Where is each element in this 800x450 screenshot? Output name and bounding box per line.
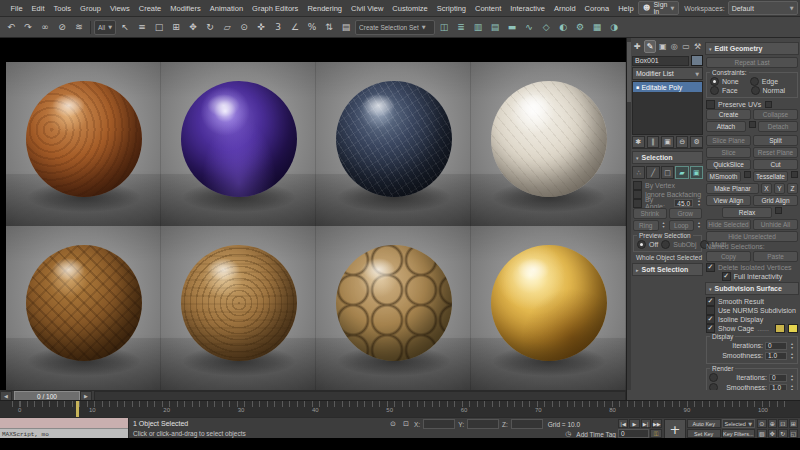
- selection-lock-icon[interactable]: ⊡: [401, 420, 411, 429]
- slice-plane-button[interactable]: Slice Plane: [706, 135, 751, 146]
- preserve-uvs-checkbox[interactable]: [706, 100, 715, 109]
- key-filters-button[interactable]: Key Filters...: [722, 429, 756, 438]
- select-object-icon[interactable]: ↖: [117, 19, 133, 35]
- y-coordinate-field[interactable]: [467, 419, 499, 429]
- ring-spinner[interactable]: [661, 220, 667, 229]
- rollout-subdivision-surface[interactable]: ▾ Subdivision Surface: [705, 282, 799, 295]
- zoom-icon[interactable]: ⊙: [757, 419, 767, 428]
- render-iterations-radio[interactable]: [709, 373, 718, 382]
- by-angle-checkbox[interactable]: [633, 199, 642, 208]
- hide-selected-button[interactable]: Hide Selected: [706, 219, 751, 230]
- collapse-button[interactable]: Collapse: [753, 109, 798, 120]
- named-selection-sets-dropdown[interactable]: Create Selection Set ▼: [355, 20, 435, 35]
- current-frame-field[interactable]: 0: [618, 429, 649, 438]
- iterations-spinner[interactable]: [789, 341, 795, 350]
- tessellate-settings[interactable]: [791, 171, 798, 178]
- tab-motion[interactable]: ◎: [669, 40, 680, 53]
- redo-icon[interactable]: ↷: [20, 19, 36, 35]
- element-mode-icon[interactable]: ▣: [690, 166, 703, 179]
- configure-modifier-sets-icon[interactable]: ⚙: [690, 136, 703, 148]
- curve-editor-icon[interactable]: ∿: [521, 19, 537, 35]
- msmooth-settings[interactable]: [744, 171, 751, 178]
- full-interactivity-checkbox[interactable]: [722, 272, 731, 281]
- hide-unselected-button[interactable]: Hide Unselected: [706, 231, 798, 242]
- select-and-rotate-icon[interactable]: ↻: [202, 19, 218, 35]
- grid-align-button[interactable]: Grid Align: [753, 195, 798, 206]
- menu-item[interactable]: Scripting: [432, 4, 470, 13]
- loop-spinner[interactable]: [696, 220, 702, 229]
- delete-isolated-vertices-checkbox[interactable]: [706, 263, 715, 272]
- menu-item[interactable]: Customize: [388, 4, 432, 13]
- constraint-face-radio[interactable]: [710, 86, 719, 95]
- mirror-icon[interactable]: ◫: [436, 19, 452, 35]
- smoothness-spinner[interactable]: [789, 351, 795, 360]
- relax-button[interactable]: Relax: [722, 207, 772, 218]
- tab-create[interactable]: ✚: [632, 40, 643, 53]
- menu-item[interactable]: Interactive: [506, 4, 550, 13]
- quickslice-button[interactable]: QuickSlice: [706, 159, 751, 170]
- paste-button[interactable]: Paste: [753, 251, 798, 262]
- smooth-result-checkbox[interactable]: [706, 297, 715, 306]
- copy-button[interactable]: Copy: [706, 251, 751, 262]
- cut-button[interactable]: Cut: [753, 159, 798, 170]
- tab-hierarchy[interactable]: ▣: [657, 40, 668, 53]
- toggle-ribbon-icon[interactable]: ▬: [504, 19, 520, 35]
- unlink-selection-icon[interactable]: ⊘: [54, 19, 70, 35]
- cage-color-swatch-2[interactable]: [788, 324, 798, 333]
- polygon-mode-icon[interactable]: ▰: [675, 166, 688, 179]
- snaps-toggle-icon[interactable]: 3: [270, 19, 286, 35]
- percent-snap-icon[interactable]: %: [304, 19, 320, 35]
- x-coordinate-field[interactable]: [423, 419, 455, 429]
- maximize-viewport-icon[interactable]: ◱: [789, 429, 799, 438]
- isolate-selection-icon[interactable]: ⊙: [388, 420, 398, 429]
- iterations-value[interactable]: 0: [765, 342, 787, 350]
- menu-item[interactable]: Edit: [27, 4, 49, 13]
- preview-subobj-radio[interactable]: [661, 240, 670, 249]
- select-and-scale-icon[interactable]: ▱: [219, 19, 235, 35]
- planar-z-button[interactable]: Z: [787, 183, 798, 194]
- z-coordinate-field[interactable]: [511, 419, 543, 429]
- constraint-edge-radio[interactable]: [750, 77, 759, 86]
- show-cage-checkbox[interactable]: [706, 324, 715, 333]
- isoline-display-checkbox[interactable]: [706, 315, 715, 324]
- sign-in-button[interactable]: ☻ Sign In ▼: [638, 1, 679, 15]
- panel-scrollbar[interactable]: [627, 38, 631, 400]
- align-icon[interactable]: ≣: [453, 19, 469, 35]
- tab-modify[interactable]: ✎: [644, 40, 657, 53]
- zoom-region-icon[interactable]: ▧: [757, 429, 767, 438]
- attach-button[interactable]: Attach: [706, 121, 746, 132]
- rollout-selection[interactable]: ▾ Selection: [632, 151, 703, 164]
- go-to-end-icon[interactable]: ▶▶: [652, 419, 662, 428]
- object-name-field[interactable]: Box001: [632, 56, 689, 66]
- use-nurms-checkbox[interactable]: [706, 306, 715, 315]
- track-bar[interactable]: 0102030405060708090100: [0, 400, 800, 418]
- use-center-icon[interactable]: ⊙: [236, 19, 252, 35]
- tab-utilities[interactable]: ⚒: [692, 40, 703, 53]
- stack-item-editable-poly[interactable]: ▪ Editable Poly: [633, 82, 702, 92]
- zoom-extents-icon[interactable]: ⊡: [778, 419, 788, 428]
- menu-item[interactable]: Animation: [205, 4, 247, 13]
- menu-item[interactable]: Modifiers: [166, 4, 205, 13]
- render-iterations-spinner[interactable]: [789, 373, 795, 382]
- menu-item[interactable]: Arnold: [549, 4, 580, 13]
- menu-item[interactable]: Help: [614, 4, 638, 13]
- tab-display[interactable]: ▭: [681, 40, 692, 53]
- menu-item[interactable]: Rendering: [303, 4, 347, 13]
- auto-key-button[interactable]: Auto Key: [687, 419, 721, 428]
- menu-item[interactable]: Views: [105, 4, 134, 13]
- bind-to-space-warp-icon[interactable]: ≋: [71, 19, 87, 35]
- detach-button[interactable]: Detach: [758, 121, 798, 132]
- schematic-view-icon[interactable]: ◇: [538, 19, 554, 35]
- rollout-soft-selection[interactable]: ▸ Soft Selection: [632, 263, 703, 276]
- repeat-last-button[interactable]: Repeat Last: [706, 57, 798, 68]
- planar-y-button[interactable]: Y: [774, 183, 785, 194]
- set-key-button[interactable]: Set Key: [687, 429, 721, 438]
- selection-region-icon[interactable]: □: [151, 19, 167, 35]
- show-end-result-icon[interactable]: ∥: [647, 136, 660, 148]
- selection-filter-dropdown[interactable]: All ▼: [94, 20, 116, 35]
- by-vertex-checkbox[interactable]: [633, 181, 642, 190]
- add-time-tag-button[interactable]: Add Time Tag: [576, 431, 616, 438]
- viewport[interactable]: [0, 38, 626, 390]
- zoom-extents-all-icon[interactable]: ⊞: [789, 419, 799, 428]
- select-and-move-icon[interactable]: ✥: [185, 19, 201, 35]
